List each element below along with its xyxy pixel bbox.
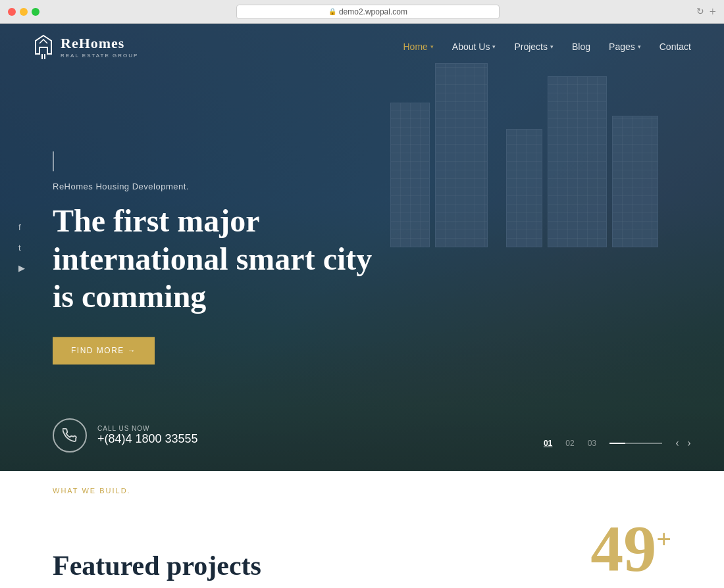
slide-1[interactable]: 01 [544, 439, 552, 448]
next-slide-button[interactable]: › [687, 436, 691, 450]
slide-2[interactable]: 02 [565, 439, 574, 448]
bottom-section: WHAT WE BUILD. Featured projects 49+ [0, 471, 724, 588]
chevron-down-icon: ▾ [550, 43, 554, 50]
url-text: demo2.wpopal.com [339, 7, 407, 16]
slide-arrows: ‹ › [675, 436, 691, 450]
browser-chrome: 🔒 demo2.wpopal.com ↻ + [0, 0, 724, 24]
social-sidebar: f t ▶ [18, 222, 25, 273]
phone-number: +(84)4 1800 33555 [97, 432, 198, 446]
featured-count: 49+ [590, 516, 671, 581]
prev-slide-button[interactable]: ‹ [675, 436, 679, 450]
chevron-down-icon: ▾ [638, 43, 641, 50]
nav-home[interactable]: Home ▾ [403, 41, 433, 52]
minimize-button[interactable] [20, 8, 28, 16]
phone-cta: CALL US NOW +(84)4 1800 33555 [53, 418, 198, 453]
logo-icon [33, 34, 54, 59]
slide-3[interactable]: 03 [588, 439, 596, 448]
section-label: WHAT WE BUILD. [53, 487, 131, 495]
lock-icon: 🔒 [328, 8, 336, 15]
nav-contact[interactable]: Contact [659, 41, 691, 52]
nav-links: Home ▾ About Us ▾ Projects ▾ Blog Pages … [403, 41, 691, 52]
slide-progress [609, 443, 662, 444]
chevron-down-icon: ▾ [430, 43, 434, 50]
new-tab-button[interactable]: + [710, 6, 716, 18]
slide-numbers: 01 02 03 [544, 439, 596, 448]
traffic-lights [8, 8, 39, 16]
hero-divider [53, 151, 54, 171]
address-bar[interactable]: 🔒 demo2.wpopal.com [236, 5, 500, 19]
hero-section: ReHomes REAL ESTATE GROUP Home ▾ About U… [0, 24, 724, 471]
twitter-link[interactable]: t [18, 243, 25, 253]
close-button[interactable] [8, 8, 16, 16]
hero-title: The first major international smart city… [53, 202, 382, 316]
website: ReHomes REAL ESTATE GROUP Home ▾ About U… [0, 24, 724, 588]
chevron-down-icon: ▾ [492, 43, 496, 50]
youtube-link[interactable]: ▶ [18, 263, 25, 273]
nav-about[interactable]: About Us ▾ [452, 41, 496, 52]
find-more-button[interactable]: FIND MORE → [53, 337, 155, 364]
nav-pages[interactable]: Pages ▾ [609, 41, 641, 52]
nav-blog[interactable]: Blog [572, 41, 590, 52]
nav-projects[interactable]: Projects ▾ [514, 41, 554, 52]
phone-icon[interactable] [53, 418, 87, 453]
refresh-button[interactable]: ↻ [696, 6, 704, 17]
call-label: CALL US NOW [97, 425, 198, 432]
logo[interactable]: ReHomes REAL ESTATE GROUP [33, 34, 138, 59]
featured-title: Featured projects [53, 550, 261, 581]
maximize-button[interactable] [32, 8, 39, 16]
hero-eyebrow: ReHomes Housing Development. [53, 182, 382, 191]
phone-text: CALL US NOW +(84)4 1800 33555 [97, 425, 198, 446]
logo-tagline: REAL ESTATE GROUP [61, 53, 138, 59]
facebook-link[interactable]: f [18, 222, 25, 232]
navbar: ReHomes REAL ESTATE GROUP Home ▾ About U… [0, 24, 724, 70]
slide-indicators: 01 02 03 ‹ › [544, 436, 691, 450]
logo-name: ReHomes [61, 35, 138, 52]
logo-text: ReHomes REAL ESTATE GROUP [61, 35, 138, 58]
hero-content: ReHomes Housing Development. The first m… [53, 151, 382, 364]
